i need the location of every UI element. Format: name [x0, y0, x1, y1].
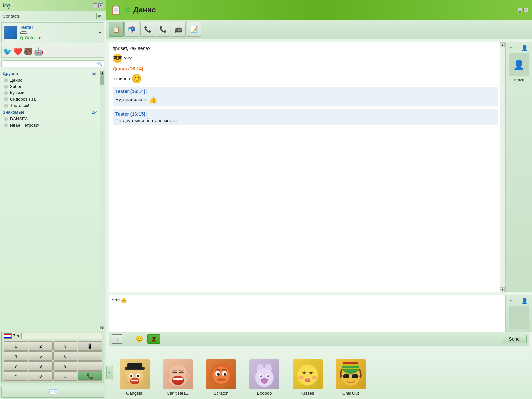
- toolbar-message-btn[interactable]: 📋: [109, 22, 124, 37]
- country-code: 7: [13, 334, 15, 338]
- contact-kuzma[interactable]: Кузьма: [1, 90, 99, 96]
- dropdown-arrow-icon[interactable]: ▼: [17, 334, 20, 338]
- emoji-scratch[interactable]: Scratch: [203, 359, 239, 396]
- toolbar-group-2: 📞 📞 📠: [140, 22, 186, 37]
- emoji-item-2[interactable]: ❤️: [13, 47, 22, 56]
- svg-point-37: [298, 376, 304, 379]
- contacts-label[interactable]: Contacts: [3, 14, 20, 19]
- picker-arrow-left[interactable]: ‹: [106, 366, 113, 379]
- key-3[interactable]: 3: [53, 341, 77, 351]
- emoji-picker-button[interactable]: 😊: [134, 334, 145, 344]
- group-friends-label: Друзья: [3, 71, 18, 76]
- contact-denis[interactable]: Денис: [1, 77, 99, 83]
- mail-button[interactable]: ✉️: [1, 386, 104, 398]
- key-star[interactable]: *: [4, 371, 28, 381]
- status-dropdown-arrow[interactable]: ▼: [38, 36, 41, 40]
- toolbar-phone-btn[interactable]: 📞: [140, 22, 155, 37]
- input-container: ??? 😊: [109, 295, 505, 332]
- search-icon[interactable]: 🔍: [97, 61, 103, 66]
- search-input[interactable]: [3, 62, 97, 66]
- contact-ivan[interactable]: Иван Петрович: [1, 122, 99, 128]
- kisses-emoji-image: [293, 359, 323, 389]
- message-2: отлично 😊 !: [113, 74, 498, 83]
- contacts-header: Contacts ⊕: [0, 11, 106, 21]
- contact-dansea[interactable]: DANSEA: [1, 116, 99, 122]
- contact-testovic[interactable]: Тестовик!: [1, 102, 99, 109]
- message-2-sender: Денис (16:14):: [113, 66, 498, 71]
- svg-rect-51: [353, 375, 355, 376]
- svg-rect-16: [173, 378, 183, 380]
- boooo-emoji-image: [249, 359, 279, 389]
- key-7[interactable]: 7: [4, 361, 28, 371]
- input-sidebar: « · · · · · 👤: [505, 295, 532, 332]
- input-toolbar: T · · · 😊 Z Send: [109, 332, 529, 346]
- key-1[interactable]: 1: [4, 341, 28, 351]
- scrollbar-thumb[interactable]: [100, 75, 104, 85]
- phone-top: 7 ▼: [4, 333, 102, 339]
- key-9[interactable]: 9: [53, 361, 77, 371]
- emoji-picker-panel: ‹: [106, 346, 532, 399]
- call-button[interactable]: 📞: [78, 371, 102, 381]
- scroll-up-button[interactable]: ▲: [100, 71, 104, 75]
- contact-zibog[interactable]: Зибог: [1, 83, 99, 90]
- icq-logo: icq: [3, 2, 10, 9]
- svg-rect-45: [343, 362, 358, 364]
- key-5[interactable]: 5: [29, 351, 53, 361]
- user-info: Tester Zzz... ✿ Online ▼: [20, 25, 95, 41]
- emoji-item-1[interactable]: 🐦: [3, 47, 12, 56]
- input-expand-icon[interactable]: «: [510, 299, 512, 303]
- status-icon: ✿: [20, 35, 24, 41]
- chat-close-button[interactable]: ✕: [523, 8, 528, 12]
- key-2[interactable]: 2: [29, 341, 53, 351]
- profile-dropdown-icon[interactable]: ▼: [98, 30, 102, 35]
- sidebar-avatar: 👤: [509, 53, 529, 76]
- add-contact-button[interactable]: ⊕: [96, 13, 103, 19]
- emoji-item-4[interactable]: 🤖: [34, 47, 43, 56]
- key-0[interactable]: 0: [29, 371, 53, 381]
- chat-sidebar-right-top: « · · · · · 👤 👤 ✿ Ден: [505, 42, 532, 292]
- toolbar-fax-btn[interactable]: 📠: [171, 22, 186, 37]
- chat-input[interactable]: ??? 😊: [109, 295, 505, 332]
- toolbar-group-3: 📝: [187, 22, 201, 37]
- emoji-cant-hear[interactable]: Can't Hea...: [160, 359, 196, 396]
- key-hash[interactable]: #: [53, 371, 77, 381]
- scroll-down-button[interactable]: ▼: [100, 326, 104, 329]
- svg-point-35: [303, 372, 305, 374]
- sidebar-flower-icon: ✿: [514, 78, 517, 82]
- key-4[interactable]: 4: [4, 351, 28, 361]
- emoji-gangsta[interactable]: Gangsta': [116, 359, 153, 396]
- sidebar-expand-icon[interactable]: «: [510, 46, 512, 50]
- key-8[interactable]: 8: [29, 361, 53, 371]
- toolbar-info-btn[interactable]: 📝: [187, 22, 201, 37]
- minimize-button[interactable]: _: [93, 3, 97, 8]
- sidebar-user-text: Ден: [518, 78, 524, 82]
- key-phone-icon[interactable]: 📱: [78, 341, 102, 351]
- toolbar-video-btn[interactable]: 📞: [156, 22, 170, 37]
- send-button[interactable]: Send: [502, 335, 527, 343]
- toolbar-dots: · · ·: [125, 337, 131, 341]
- emoji-item-3[interactable]: 🐻: [24, 47, 33, 56]
- format-text-button[interactable]: T: [112, 334, 122, 344]
- close-button[interactable]: ✕: [98, 3, 103, 8]
- chat-minimize-button[interactable]: _: [518, 8, 522, 12]
- status-label: Online: [25, 36, 37, 40]
- msg2-suffix: !: [143, 76, 145, 81]
- msg-scroll-up[interactable]: ▲: [500, 42, 505, 47]
- phone-input[interactable]: [21, 333, 102, 339]
- group-acquaintances[interactable]: Знакомые 2/4: [1, 109, 99, 116]
- sidebar-username: ✿ Ден: [514, 78, 524, 82]
- emoji-boooo[interactable]: Booooo: [246, 359, 283, 396]
- z-button[interactable]: Z: [147, 334, 160, 344]
- svg-point-6: [130, 375, 132, 377]
- svg-point-40: [306, 378, 310, 381]
- msg2-text: отлично: [113, 76, 130, 81]
- toolbar-file-btn[interactable]: 📬: [124, 22, 139, 37]
- contact-sidorov[interactable]: Сидоров Г.П.: [1, 96, 99, 102]
- msg-scroll-down[interactable]: ▼: [500, 287, 505, 292]
- key-6[interactable]: 6: [53, 351, 77, 361]
- group-friends[interactable]: Друзья 5/5: [1, 70, 99, 77]
- gangsta-emoji-image: [120, 359, 150, 389]
- svg-point-30: [260, 375, 262, 377]
- emoji-chill-out[interactable]: Chill Out: [332, 359, 369, 396]
- emoji-kisses[interactable]: Kisses: [289, 359, 326, 396]
